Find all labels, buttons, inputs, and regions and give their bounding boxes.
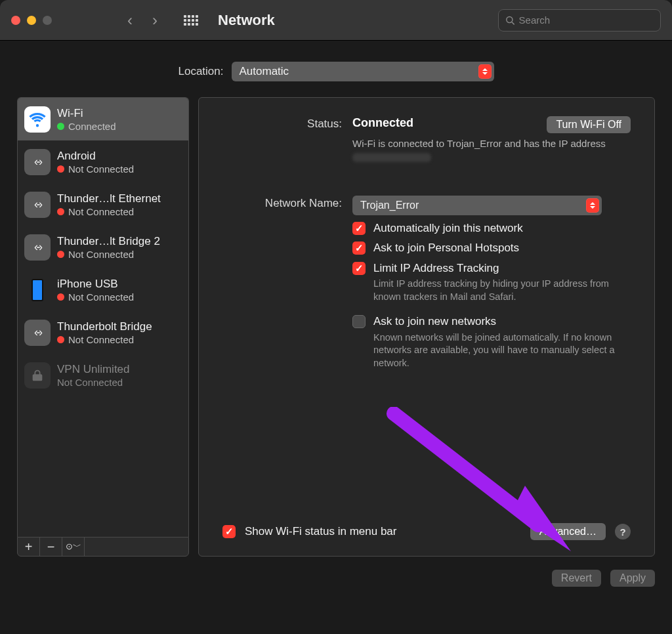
add-service-button[interactable]: + (18, 538, 40, 556)
location-dropdown[interactable]: Automatic (232, 62, 494, 81)
location-value: Automatic (240, 65, 478, 78)
sidebar-item-android[interactable]: ‹··› Android Not Connected (18, 140, 188, 183)
status-dot-icon (57, 336, 64, 343)
advanced-button[interactable]: Advanced… (530, 523, 606, 540)
details-panel: Status: Connected Turn Wi-Fi Off Wi-Fi i… (198, 97, 655, 557)
ethernet-icon: ‹··› (24, 149, 51, 175)
redacted-ip (352, 153, 431, 162)
apply-button[interactable]: Apply (610, 570, 655, 587)
status-dot-icon (57, 251, 64, 258)
sidebar-item-label: Android (57, 150, 134, 163)
status-value: Connected (352, 116, 413, 130)
sidebar-item-vpn-unlimited[interactable]: VPN Unlimited Not Connected (18, 354, 188, 396)
sidebar-item-label: Thunderbolt Bridge (57, 320, 152, 333)
revert-button[interactable]: Revert (552, 570, 601, 587)
svg-point-0 (507, 16, 513, 22)
svg-line-1 (512, 22, 514, 24)
network-name-value: Trojan_Error (360, 200, 586, 211)
titlebar: ‹ › Network (0, 0, 672, 41)
show-wifi-label: Show Wi-Fi status in menu bar (245, 525, 396, 538)
sidebar-item-wifi[interactable]: Wi-Fi Connected (18, 98, 188, 140)
network-name-dropdown[interactable]: Trojan_Error (352, 196, 602, 215)
sidebar-item-label: Thunder…lt Bridge 2 (57, 235, 160, 248)
status-dot-icon (57, 123, 64, 130)
content: Wi-Fi Connected ‹··› Android Not Connect… (0, 97, 672, 557)
ethernet-icon: ‹··› (24, 192, 51, 218)
status-label: Status: (212, 116, 342, 163)
details-footer: Show Wi-Fi status in menu bar Advanced… … (222, 523, 631, 540)
wifi-icon (24, 106, 51, 133)
sidebar-item-iphone-usb[interactable]: iPhone USB Not Connected (18, 268, 188, 311)
status-note: Wi-Fi is connected to Trojan_Error and h… (352, 137, 615, 163)
status-dot-icon (57, 165, 64, 173)
search-input[interactable] (519, 14, 654, 26)
window-footer: Revert Apply (0, 557, 672, 587)
sidebar-item-label: Wi-Fi (57, 107, 116, 120)
window-controls (11, 16, 52, 25)
sidebar-item-thunderbolt-bridge[interactable]: ‹··› Thunderbolt Bridge Not Connected (18, 311, 188, 354)
minimize-window-button[interactable] (27, 16, 36, 25)
help-button[interactable]: ? (615, 524, 631, 539)
nav-forward-button[interactable]: › (152, 12, 158, 28)
checkbox-limit-tracking[interactable] (352, 262, 366, 275)
turn-wifi-off-button[interactable]: Turn Wi-Fi Off (547, 116, 631, 133)
sidebar-item-thunderbolt-ethernet[interactable]: ‹··› Thunder…lt Ethernet Not Connected (18, 183, 188, 226)
services-list: Wi-Fi Connected ‹··› Android Not Connect… (17, 97, 189, 537)
sidebar-item-label: iPhone USB (57, 278, 134, 291)
network-name-label: Network Name: (212, 196, 342, 370)
remove-service-button[interactable]: − (40, 538, 62, 556)
sidebar-item-label: VPN Unlimited (57, 363, 130, 376)
zoom-window-button[interactable] (43, 16, 52, 25)
close-window-button[interactable] (11, 16, 20, 25)
auto-join-row[interactable]: Automatically join this network (352, 222, 631, 235)
sidebar-item-label: Thunder…lt Ethernet (57, 192, 161, 205)
sidebar-column: Wi-Fi Connected ‹··› Android Not Connect… (17, 97, 189, 557)
chevron-updown-icon (478, 64, 492, 79)
limit-tracking-row[interactable]: Limit IP Address Tracking Limit IP addre… (352, 262, 631, 304)
nav-back-button[interactable]: ‹ (127, 12, 133, 28)
checkbox-ask-hotspots[interactable] (352, 242, 366, 255)
service-actions-button[interactable]: ⊙﹀ (62, 538, 85, 556)
sidebar-toolbar: + − ⊙﹀ (17, 537, 189, 557)
checkbox-show-wifi-menubar[interactable] (222, 525, 236, 538)
location-row: Location: Automatic (0, 41, 672, 97)
location-label: Location: (178, 65, 224, 78)
status-dot-icon (57, 293, 64, 301)
window-title: Network (218, 12, 275, 29)
checkbox-ask-new-networks[interactable] (352, 315, 366, 328)
search-icon (505, 15, 515, 26)
nav-arrows: ‹ › (127, 12, 158, 28)
ask-hotspots-row[interactable]: Ask to join Personal Hotspots (352, 242, 631, 255)
chevron-updown-icon (586, 198, 599, 213)
status-dot-icon (57, 208, 64, 215)
sidebar-item-thunderbolt-bridge-2[interactable]: ‹··› Thunder…lt Bridge 2 Not Connected (18, 226, 188, 268)
checkbox-auto-join[interactable] (352, 222, 366, 235)
iphone-icon (24, 277, 51, 303)
lock-icon (24, 362, 51, 389)
show-all-icon[interactable] (184, 15, 198, 26)
ask-new-networks-row[interactable]: Ask to join new networks Known networks … (352, 315, 631, 370)
search-field[interactable] (498, 9, 661, 32)
ethernet-icon: ‹··› (24, 234, 51, 261)
ethernet-icon: ‹··› (24, 320, 51, 346)
